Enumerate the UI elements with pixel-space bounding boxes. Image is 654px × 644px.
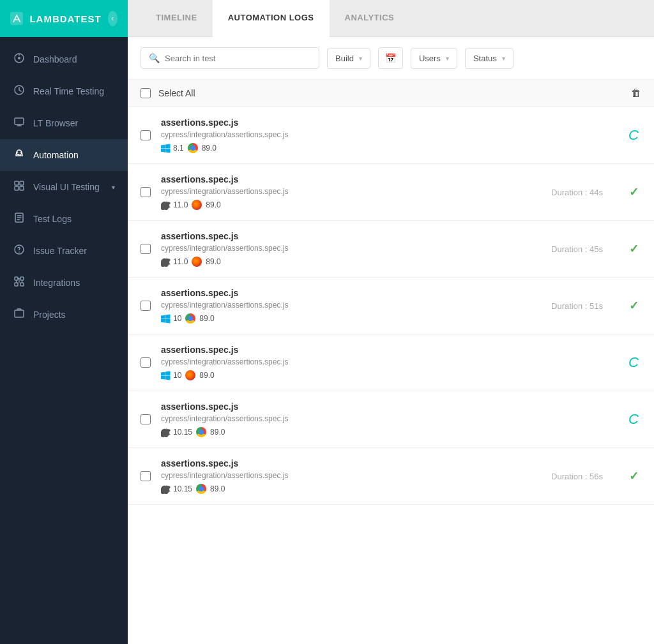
issue-tracker-icon [13,244,26,258]
svg-point-2 [18,57,20,59]
table-row: assertions.spec.js cypress/integration/a… [128,448,654,505]
sidebar-item-test-logs[interactable]: Test Logs [0,203,128,235]
sidebar-item-integrations[interactable]: Integrations [0,267,128,299]
test-rows-container: assertions.spec.js cypress/integration/a… [128,107,654,505]
row-badges: 10.15 89.0 [161,484,541,494]
table-row: assertions.spec.js cypress/integration/a… [128,278,654,334]
row-checkbox[interactable] [141,244,151,254]
row-checkbox[interactable] [141,301,151,311]
row-checkbox[interactable] [141,187,151,197]
search-input[interactable] [165,54,311,63]
logo-text: LAMBDATEST [29,13,101,24]
select-all-checkbox[interactable] [141,88,151,98]
sidebar-item-issue-tracker-label: Issue Tracker [33,246,115,256]
sidebar-item-real-time-testing[interactable]: Real Time Testing [0,75,128,107]
browser-version: 89.0 [199,371,214,380]
windows-icon [161,144,171,153]
status-success-icon: ✓ [629,243,639,255]
row-checkbox[interactable] [141,414,151,424]
os-badge: 10.15 [161,428,192,437]
status-loading-icon: C [628,127,639,143]
dashboard-icon [13,52,26,66]
row-info: assertions.spec.js cypress/integration/a… [161,231,541,267]
status-dropdown-arrow: ▾ [502,55,505,62]
svg-rect-0 [10,12,23,25]
sidebar-item-dashboard[interactable]: Dashboard [0,43,128,75]
main-content: TIMELINE AUTOMATION LOGS ANALYTICS 🔍 Bui… [128,0,654,644]
row-name: assertions.spec.js [161,231,541,241]
row-status: C [626,354,641,371]
windows-icon [161,371,171,380]
os-badge: 10 [161,371,181,380]
row-info: assertions.spec.js cypress/integration/a… [161,174,541,210]
row-checkbox[interactable] [141,357,151,368]
sidebar-item-integrations-label: Integrations [33,278,115,288]
tab-timeline[interactable]: TIMELINE [141,0,213,36]
apple-icon [161,257,171,267]
row-name: assertions.spec.js [161,345,593,355]
sidebar-item-visual-ui-testing[interactable]: Visual UI Testing ▾ [0,171,128,203]
os-version: 10 [173,371,181,380]
delete-icon[interactable]: 🗑 [631,87,641,99]
row-badges: 10 89.0 [161,313,541,324]
row-checkbox[interactable] [141,471,151,481]
visual-ui-testing-icon [13,180,26,194]
row-duration: Duration : 51s [551,301,616,311]
svg-point-20 [19,251,20,253]
tab-automation-logs[interactable]: AUTOMATION LOGS [213,0,330,37]
row-checkbox[interactable] [141,130,151,140]
toolbar: 🔍 Build ▾ 📅 Users ▾ Status ▾ [128,37,654,80]
tab-analytics[interactable]: ANALYTICS [330,0,410,36]
row-path: cypress/integration/assertions.spec.js [161,130,593,139]
svg-rect-12 [20,181,24,185]
svg-rect-29 [15,310,24,317]
sidebar-collapse-button[interactable]: ‹ [108,11,118,26]
chrome-icon [196,484,206,494]
row-duration: Duration : 44s [551,188,616,197]
row-status: ✓ [626,469,641,483]
status-success-icon: ✓ [629,299,639,312]
sidebar-item-automation-label: Automation [33,150,115,160]
svg-rect-14 [20,186,24,190]
calendar-button[interactable]: 📅 [378,47,403,69]
os-badge: 8.1 [161,144,184,153]
lambdatest-logo-icon [10,8,23,29]
apple-icon [161,428,171,437]
row-info: assertions.spec.js cypress/integration/a… [161,117,593,153]
sidebar: LAMBDATEST ‹ Dashboard Real Time Testing… [0,0,128,644]
sidebar-item-real-time-testing-label: Real Time Testing [33,86,115,96]
row-badges: 11.0 89.0 [161,200,541,210]
row-name: assertions.spec.js [161,458,541,468]
svg-point-9 [17,152,19,153]
row-info: assertions.spec.js cypress/integration/a… [161,401,593,437]
select-all-bar: Select All 🗑 [128,80,654,107]
row-path: cypress/integration/assertions.spec.js [161,357,593,366]
sidebar-item-automation[interactable]: Automation [0,139,128,171]
sidebar-item-issue-tracker[interactable]: Issue Tracker [0,235,128,267]
os-badge: 11.0 [161,257,188,267]
browser-version: 89.0 [206,257,220,266]
search-box[interactable]: 🔍 [141,47,319,69]
table-row: assertions.spec.js cypress/integration/a… [128,107,654,164]
sidebar-item-projects[interactable]: Projects [0,299,128,331]
apple-icon [161,200,171,210]
row-badges: 8.1 89.0 [161,143,593,153]
users-dropdown-arrow: ▾ [446,55,449,62]
table-row: assertions.spec.js cypress/integration/a… [128,164,654,221]
users-dropdown[interactable]: Users ▾ [411,48,457,69]
sidebar-item-dashboard-label: Dashboard [33,54,115,64]
sidebar-logo: LAMBDATEST ‹ [0,0,128,37]
row-duration: Duration : 45s [551,244,616,254]
os-version: 11.0 [173,200,188,209]
status-dropdown[interactable]: Status ▾ [465,48,513,69]
os-version: 10 [173,314,181,323]
svg-rect-23 [15,283,18,286]
row-path: cypress/integration/assertions.spec.js [161,244,541,253]
build-dropdown[interactable]: Build ▾ [327,48,370,69]
firefox-icon [185,370,195,380]
row-path: cypress/integration/assertions.spec.js [161,471,541,480]
users-label: Users [419,54,441,63]
projects-icon [13,308,26,322]
row-badges: 10.15 89.0 [161,427,593,437]
sidebar-item-lt-browser[interactable]: LT Browser [0,107,128,139]
